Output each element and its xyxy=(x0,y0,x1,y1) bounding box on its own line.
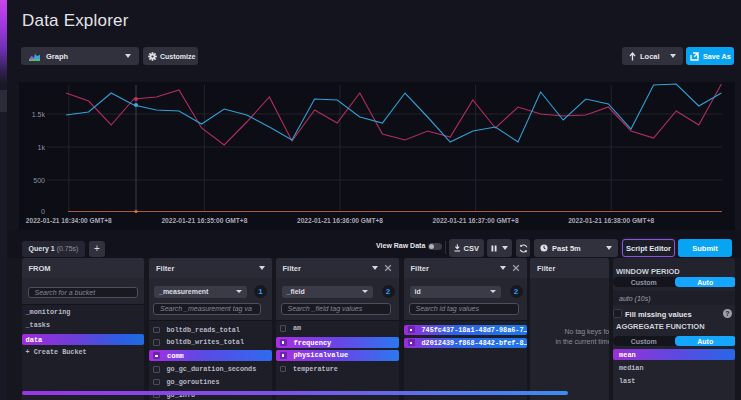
svg-text:2022-01-21 16:34:00 GMT+8: 2022-01-21 16:34:00 GMT+8 xyxy=(26,217,112,224)
svg-text:2022-01-21 16:38:00 GMT+8: 2022-01-21 16:38:00 GMT+8 xyxy=(568,217,654,224)
svg-text:2022-01-21 16:35:00 GMT+8: 2022-01-21 16:35:00 GMT+8 xyxy=(161,217,247,224)
svg-text:0: 0 xyxy=(41,208,45,215)
svg-text:500: 500 xyxy=(33,177,45,184)
svg-text:2022-01-21 16:36:00 GMT+8: 2022-01-21 16:36:00 GMT+8 xyxy=(297,217,383,224)
svg-text:1k: 1k xyxy=(38,144,46,151)
svg-text:1.5k: 1.5k xyxy=(32,111,46,118)
svg-text:2022-01-21 16:37:00 GMT+8: 2022-01-21 16:37:00 GMT+8 xyxy=(433,217,519,224)
